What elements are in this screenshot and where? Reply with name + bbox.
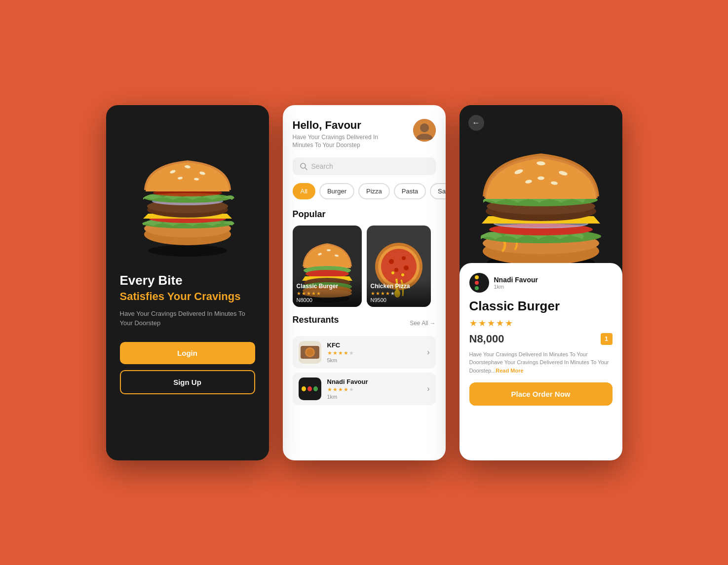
dot-red <box>307 386 312 391</box>
kfc-distance: 5km <box>327 357 421 363</box>
detail-hero-image: ← <box>460 105 622 273</box>
price-row: N8,000 1 <box>469 333 613 345</box>
restaurants-header: Resturants See All → <box>293 315 436 331</box>
burger-card-name: Classic Burger <box>297 283 358 290</box>
restaurant-tag: Nnadi Favour 1km <box>469 273 613 293</box>
logo-dot-red <box>475 281 479 285</box>
dish-name: Classic Burger <box>469 299 613 314</box>
dot-yellow <box>302 386 306 391</box>
signup-button[interactable]: Sign Up <box>120 370 255 394</box>
back-button[interactable]: ← <box>468 115 484 131</box>
kfc-arrow-icon: › <box>427 348 429 357</box>
svg-point-47 <box>307 349 313 356</box>
svg-point-21 <box>327 249 331 251</box>
search-bar[interactable]: Search <box>293 157 436 175</box>
pizza-card-info: Chicken Pizza ★★★★★ N9500 <box>367 279 431 307</box>
dot-green <box>313 386 318 391</box>
onboarding-content: Every Bite Satisfies Your Cravings Have … <box>106 263 269 404</box>
svg-line-18 <box>305 168 307 170</box>
svg-point-65 <box>537 176 544 180</box>
onboarding-screen: Every Bite Satisfies Your Cravings Have … <box>106 105 269 460</box>
category-burger[interactable]: Burger <box>319 183 354 199</box>
burger-card-price: N8000 <box>297 297 358 303</box>
restaurant-item-nnadi[interactable]: Nnadi Favour ★★★★★ 1km › <box>293 373 436 405</box>
screens-container: Every Bite Satisfies Your Cravings Have … <box>86 85 642 480</box>
dish-description: Have Your Cravings Delivered In Minutes … <box>469 350 613 375</box>
svg-point-33 <box>402 256 406 260</box>
dish-price: N8,000 <box>469 333 504 345</box>
logo-dot-green <box>475 286 479 290</box>
search-icon <box>300 162 307 170</box>
kfc-logo <box>299 341 321 364</box>
search-placeholder: Search <box>311 162 333 170</box>
popular-cards-list: Classic Burger ★★★★★ N8000 <box>293 226 436 307</box>
nnadi-name: Nnadi Favour <box>327 378 421 385</box>
dish-rating-stars: ★ ★ ★ ★ ★ <box>469 318 613 329</box>
pizza-card-name: Chicken Pizza <box>371 283 427 290</box>
nnadi-logo <box>299 377 321 400</box>
popular-section: Popular <box>283 209 446 315</box>
pizza-card-stars: ★★★★★ <box>371 291 427 296</box>
category-filters: All Burger Pizza Pasta Salad <box>283 183 446 209</box>
burger-illustration <box>128 120 247 258</box>
svg-point-35 <box>404 265 409 270</box>
detail-restaurant-distance: 1km <box>494 284 538 290</box>
read-more-link[interactable]: Read More <box>496 368 523 374</box>
user-avatar[interactable] <box>413 119 436 142</box>
kfc-name: KFC <box>327 341 421 349</box>
restaurants-title: Resturants <box>293 315 339 325</box>
greeting-name: Hello, Favour <box>293 119 378 132</box>
onboarding-subtitle: Have Your Cravings Delivered In Minutes … <box>120 309 255 328</box>
home-screen: Hello, Favour Have Your Cravings Deliver… <box>283 105 446 460</box>
category-all[interactable]: All <box>293 183 315 199</box>
category-salad[interactable]: Salad <box>430 183 445 199</box>
svg-point-16 <box>420 123 429 132</box>
hero-burger-image <box>128 115 247 263</box>
svg-point-37 <box>401 273 404 276</box>
see-all-link[interactable]: See All → <box>410 320 435 327</box>
popular-card-pizza[interactable]: Chicken Pizza ★★★★★ N9500 <box>367 226 431 307</box>
restaurants-section: Resturants See All → <box>283 315 446 409</box>
popular-card-burger[interactable]: Classic Burger ★★★★★ N8000 <box>293 226 362 307</box>
tagline-line2: Satisfies Your Cravings <box>120 290 255 303</box>
kfc-info: KFC ★★★★★ 5km <box>327 341 421 363</box>
tagline-line1: Every Bite <box>120 273 255 288</box>
place-order-button[interactable]: Place Order Now <box>469 382 613 406</box>
detail-restaurant-logo <box>469 273 489 293</box>
logo-dot-yellow <box>475 275 479 279</box>
detail-restaurant-info: Nnadi Favour 1km <box>494 276 538 290</box>
burger-card-info: Classic Burger ★★★★★ N8000 <box>293 279 362 307</box>
svg-point-32 <box>389 259 394 264</box>
detail-burger-illustration <box>460 105 622 273</box>
svg-point-0 <box>148 245 227 257</box>
detail-screen: ← <box>460 105 622 460</box>
category-pasta[interactable]: Pasta <box>394 183 426 199</box>
login-button[interactable]: Login <box>120 342 255 364</box>
detail-restaurant-name: Nnadi Favour <box>494 276 538 284</box>
category-pizza[interactable]: Pizza <box>358 183 390 199</box>
nnadi-info: Nnadi Favour ★★★★★ 1km <box>327 378 421 400</box>
pizza-card-price: N9500 <box>371 297 427 303</box>
burger-card-stars: ★★★★★ <box>297 291 358 296</box>
greeting-block: Hello, Favour Have Your Cravings Deliver… <box>293 119 378 150</box>
restaurant-item-kfc[interactable]: KFC ★★★★★ 5km › <box>293 336 436 369</box>
nnadi-distance: 1km <box>327 394 421 400</box>
home-header: Hello, Favour Have Your Cravings Deliver… <box>283 105 446 158</box>
svg-point-36 <box>391 271 394 274</box>
quantity-badge: 1 <box>601 333 613 345</box>
detail-card: Nnadi Favour 1km Classic Burger ★ ★ ★ ★ … <box>460 263 622 460</box>
nnadi-arrow-icon: › <box>427 384 429 393</box>
greeting-subtitle: Have Your Cravings Delivered In Minutes … <box>293 133 378 150</box>
popular-title: Popular <box>293 209 436 220</box>
svg-point-34 <box>394 268 398 272</box>
